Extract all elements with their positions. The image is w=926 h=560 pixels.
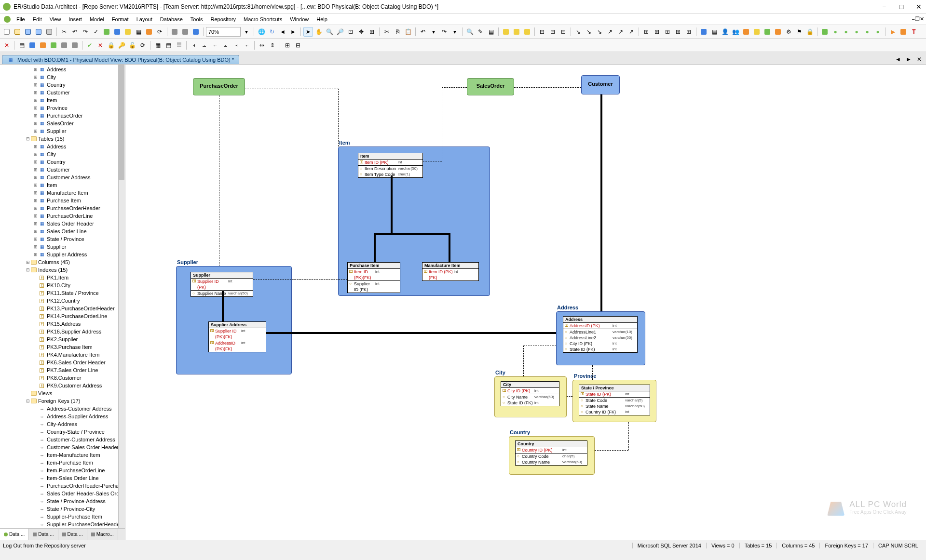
tree-expander-icon[interactable]: ⊞: [33, 198, 39, 203]
tree-node-country[interactable]: ⊞▦Country: [0, 158, 125, 166]
rel1-icon[interactable]: ↘: [573, 27, 583, 37]
ent-blue-icon[interactable]: [27, 40, 37, 50]
diagram-canvas[interactable]: PurchaseOrder SalesOrder Customer Item I…: [125, 65, 926, 540]
ent-new-icon[interactable]: ▤: [17, 40, 27, 50]
menu-help[interactable]: Help: [313, 15, 331, 23]
obj7-icon[interactable]: [763, 27, 772, 37]
redo-icon[interactable]: ↷: [81, 27, 90, 37]
rel2-icon[interactable]: ↘: [584, 27, 594, 37]
doc-icon[interactable]: ▤: [486, 27, 496, 37]
tree-node-supplier-address[interactable]: ⊞▦Supplier Address: [0, 251, 125, 258]
db-icon[interactable]: [144, 27, 154, 37]
tree-expander-icon[interactable]: ⊞: [33, 213, 39, 218]
layout1-icon[interactable]: [501, 27, 511, 37]
open-file-icon[interactable]: [13, 27, 22, 37]
ent-green-icon[interactable]: [49, 40, 58, 50]
tree-expander-icon[interactable]: ⊞: [33, 129, 39, 133]
zoom-combo[interactable]: [206, 27, 241, 37]
tree-node-city[interactable]: ⊞▦City: [0, 150, 125, 158]
stamp-icon[interactable]: ⊞: [367, 27, 377, 37]
menu-file[interactable]: File: [13, 15, 29, 23]
dist-h-icon[interactable]: ⇔: [257, 40, 267, 50]
valign-m-icon[interactable]: ⫞: [232, 40, 241, 50]
halign-l-icon[interactable]: ⫞: [189, 40, 199, 50]
dist-v-icon[interactable]: ⇕: [268, 40, 277, 50]
redo2-icon[interactable]: ↷: [439, 27, 449, 37]
ungroup-icon[interactable]: ⊟: [293, 40, 303, 50]
tree-node-item[interactable]: ⊞▦Item: [0, 181, 125, 189]
rel5-icon[interactable]: ↗: [616, 27, 626, 37]
layout2-icon[interactable]: [512, 27, 521, 37]
menu-macro-shortcuts[interactable]: Macro Shortcuts: [240, 15, 286, 23]
halign-c-icon[interactable]: ⫠: [200, 40, 209, 50]
view1-icon[interactable]: ▦: [153, 40, 163, 50]
tree-expander-icon[interactable]: ⊞: [33, 152, 39, 157]
table-city[interactable]: City ⚿City ID (PK)int○City Namevarchar(5…: [501, 381, 559, 406]
cut2-icon[interactable]: ✂: [382, 27, 392, 37]
chart-icon[interactable]: [102, 27, 111, 37]
tree-node-city[interactable]: ⊞▦City: [0, 73, 125, 81]
tree-node-state-province[interactable]: ⊞▦State / Province: [0, 235, 125, 243]
tree-node-supplier[interactable]: ⊞▦Supplier: [0, 243, 125, 251]
lock-icon[interactable]: 🔒: [106, 40, 116, 50]
tree-expander-icon[interactable]: ⊞: [33, 121, 39, 126]
tree-expander-icon[interactable]: ⊞: [25, 260, 31, 265]
table-supplier-address[interactable]: Supplier Address ⚿Supplier ID (PK)(FK)in…: [208, 321, 266, 352]
tree-expander-icon[interactable]: ⊞: [33, 229, 39, 234]
go-icon[interactable]: ▶: [888, 27, 898, 37]
copy-icon[interactable]: ⎘: [393, 27, 402, 37]
tree-node-sales-order-header[interactable]: ⊞▦Sales Order Header: [0, 220, 125, 227]
entity-salesorder[interactable]: SalesOrder: [467, 78, 514, 95]
tree-node-province[interactable]: ⊞▦Province: [0, 104, 125, 112]
tree-expander-icon[interactable]: ⊞: [33, 206, 39, 211]
rel4-icon[interactable]: ↗: [605, 27, 615, 37]
tree-node-item-purchase-item[interactable]: ↔Item-Purchase Item: [0, 459, 125, 467]
tree-expander-icon[interactable]: ⊞: [33, 221, 39, 226]
entity-purchaseorder[interactable]: PurchaseOrder: [193, 78, 245, 95]
rel3-icon[interactable]: ↘: [595, 27, 604, 37]
tree-node-address-supplier-address[interactable]: ↔Address-Supplier Address: [0, 413, 125, 420]
valign-t-icon[interactable]: ⫠: [221, 40, 231, 50]
arr2-icon[interactable]: ⊞: [652, 27, 662, 37]
arr3-icon[interactable]: ⊞: [663, 27, 672, 37]
obj5-icon[interactable]: [741, 27, 751, 37]
tree-expander-icon[interactable]: ⊞: [33, 67, 39, 72]
save-all-icon[interactable]: [34, 27, 43, 37]
tree-expander-icon[interactable]: ⊞: [33, 90, 39, 95]
close-button[interactable]: ✕: [914, 2, 923, 11]
tree-node-pk8-customer[interactable]: ⚿PK8.Customer: [0, 374, 125, 382]
tree-node-foreign-keys[interactable]: ⊟Foreign Keys (17): [0, 397, 125, 405]
tree-node-state-province-address[interactable]: ↔State / Province-Address: [0, 497, 125, 505]
tree-node-purchaseorderheader[interactable]: ⊞▦PurchaseOrderHeader: [0, 204, 125, 212]
undo2-icon[interactable]: ↶: [418, 27, 428, 37]
tree-node-address-customer-address[interactable]: ↔Address-Customer Address: [0, 405, 125, 413]
tab-close-icon[interactable]: ✕: [914, 54, 924, 64]
tree-node-purchaseorderheader-purcha[interactable]: ↔PurchaseOrderHeader-Purcha: [0, 482, 125, 490]
arr4-icon[interactable]: ⊞: [673, 27, 683, 37]
tree-node-sales-order-header-sales-ord[interactable]: ↔Sales Order Header-Sales Ord: [0, 490, 125, 497]
tree-node-pk11-state-province[interactable]: ⚿PK11.State / Province: [0, 289, 125, 297]
menu-tools[interactable]: Tools: [187, 15, 207, 23]
tree-node-pk15-address[interactable]: ⚿PK15.Address: [0, 320, 125, 328]
grid-icon[interactable]: ▦: [134, 27, 143, 37]
close-panel-icon[interactable]: ✕: [2, 40, 12, 50]
tree-node-sales-order-line[interactable]: ⊞▦Sales Order Line: [0, 227, 125, 235]
nav-fwd-icon[interactable]: ►: [288, 27, 298, 37]
tree-node-purchaseorderline[interactable]: ⊞▦PurchaseOrderLine: [0, 212, 125, 220]
hand-icon[interactable]: ✋: [314, 27, 324, 37]
new-file-icon[interactable]: [2, 27, 12, 37]
maximize-button[interactable]: □: [897, 2, 906, 11]
world-icon[interactable]: 🌐: [257, 27, 266, 37]
table-manufacture-item[interactable]: Manufacture Item ⚿Item ID (PK)(FK)int: [422, 262, 479, 281]
tree-node-pk2-supplier[interactable]: ⚿PK2.Supplier: [0, 335, 125, 343]
table-country[interactable]: Country ⚿Country ID (PK)int○Country Code…: [515, 440, 587, 466]
menu-insert[interactable]: Insert: [65, 15, 86, 23]
obj10-icon[interactable]: ⚑: [794, 27, 804, 37]
obj2-icon[interactable]: ▤: [709, 27, 719, 37]
obj11-icon[interactable]: 🔒: [805, 27, 815, 37]
tree-node-country-state-province[interactable]: ↔Country-State / Province: [0, 428, 125, 436]
tree-node-pk13-purchaseorderheader[interactable]: ⚿PK13.PurchaseOrderHeader: [0, 305, 125, 312]
arr5-icon[interactable]: ⊞: [684, 27, 694, 37]
pointer-icon[interactable]: ➤: [303, 27, 313, 37]
minimize-button[interactable]: −: [880, 2, 888, 11]
